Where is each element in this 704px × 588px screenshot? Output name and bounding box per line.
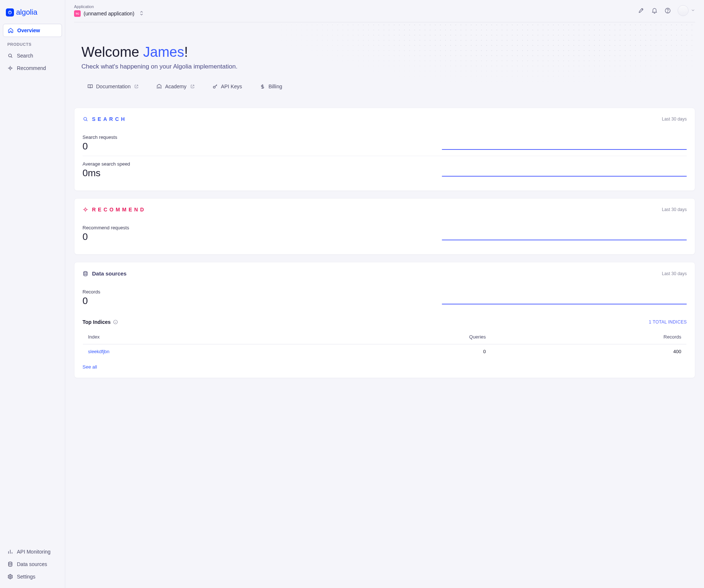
- col-records: Records: [491, 330, 686, 344]
- period-label: Last 30 days: [662, 271, 687, 276]
- svg-point-8: [84, 117, 87, 120]
- link-documentation[interactable]: Documentation: [87, 84, 139, 89]
- card-title-label: Data sources: [92, 270, 126, 277]
- link-label: Documentation: [96, 84, 131, 89]
- sparkle-icon: [82, 207, 88, 212]
- application-selector[interactable]: Application TC (unnamed application): [74, 4, 143, 17]
- link-label: Academy: [165, 84, 186, 89]
- brand-mark-icon: [6, 8, 14, 16]
- link-label: Billing: [268, 84, 282, 89]
- index-name-link[interactable]: sleekdfjbn: [88, 349, 110, 354]
- col-queries: Queries: [304, 330, 491, 344]
- link-billing[interactable]: Billing: [260, 84, 282, 89]
- external-link-icon: [134, 84, 139, 89]
- sparkle-icon: [7, 65, 13, 71]
- card-title-data-sources: Data sources: [82, 270, 126, 277]
- sidebar-item-label: Overview: [17, 27, 40, 33]
- sparkline: [442, 304, 687, 304]
- database-icon: [7, 561, 13, 567]
- avatar: [678, 5, 689, 16]
- card-title-search: SEARCH: [82, 116, 127, 122]
- metric-value: 0: [82, 141, 433, 152]
- application-value[interactable]: TC (unnamed application): [74, 10, 143, 17]
- svg-point-3: [8, 562, 12, 563]
- search-icon: [82, 116, 88, 122]
- svg-point-2: [9, 67, 11, 69]
- index-records: 400: [491, 344, 686, 359]
- dollar-icon: [260, 84, 265, 89]
- sparkline: [442, 176, 687, 177]
- sidebar-item-label: Settings: [17, 574, 36, 580]
- bars-icon: [7, 549, 13, 555]
- hero: Welcome James! Check what's happening on…: [74, 22, 695, 100]
- metric-recommend-requests: Recommend requests 0: [82, 223, 687, 246]
- sidebar-item-settings[interactable]: Settings: [3, 570, 62, 583]
- gear-icon: [7, 574, 13, 580]
- metric-label: Search requests: [82, 134, 433, 140]
- sidebar: algolia Overview PRODUCTS Search Recomme…: [0, 0, 65, 588]
- card-recommend: RECOMMEND Last 30 days Recommend request…: [74, 198, 695, 255]
- see-all-link[interactable]: See all: [82, 364, 687, 370]
- metric-search-requests: Search requests 0: [82, 132, 687, 156]
- application-label: Application: [74, 4, 143, 9]
- svg-point-6: [667, 12, 668, 12]
- link-label: API Keys: [221, 84, 242, 89]
- rocket-icon[interactable]: [638, 7, 645, 14]
- sidebar-item-label: Search: [17, 53, 33, 59]
- card-title-label: RECOMMEND: [92, 207, 146, 212]
- period-label: Last 30 days: [662, 117, 687, 122]
- metric-label: Recommend requests: [82, 225, 433, 230]
- user-menu[interactable]: [678, 5, 695, 16]
- application-name: (unnamed application): [84, 11, 135, 16]
- brand-logo[interactable]: algolia: [3, 5, 62, 24]
- key-icon: [212, 84, 218, 89]
- indices-table: Index Queries Records sleekdfjbn 0 400: [82, 329, 687, 359]
- sparkline: [442, 149, 687, 150]
- sidebar-item-data-sources[interactable]: Data sources: [3, 558, 62, 570]
- link-academy[interactable]: Academy: [156, 84, 194, 89]
- building-icon: [156, 84, 162, 89]
- metric-label: Records: [82, 289, 433, 295]
- period-label: Last 30 days: [662, 207, 687, 212]
- index-queries: 0: [304, 344, 491, 359]
- quick-links: Documentation Academy API Keys Billing: [81, 84, 688, 89]
- database-icon: [82, 271, 88, 277]
- info-icon[interactable]: [113, 319, 118, 325]
- col-index: Index: [83, 330, 304, 344]
- search-icon: [7, 53, 13, 59]
- sparkline: [442, 240, 687, 240]
- updown-icon: [140, 11, 143, 16]
- metric-value: 0ms: [82, 167, 433, 179]
- welcome-prefix: Welcome: [81, 44, 143, 60]
- help-icon[interactable]: [664, 7, 671, 14]
- home-icon: [8, 27, 14, 33]
- main-content: Application TC (unnamed application): [65, 0, 704, 588]
- sidebar-item-recommend[interactable]: Recommend: [3, 62, 62, 74]
- card-search: SEARCH Last 30 days Search requests 0 Av…: [74, 108, 695, 191]
- svg-point-7: [213, 86, 215, 88]
- chevron-down-icon: [691, 8, 695, 14]
- svg-point-1: [8, 54, 11, 57]
- brand-name: algolia: [16, 8, 37, 16]
- card-data-sources: Data sources Last 30 days Records 0 Top …: [74, 262, 695, 378]
- external-link-icon: [190, 84, 195, 89]
- link-api-keys[interactable]: API Keys: [212, 84, 242, 89]
- sidebar-item-api-monitoring[interactable]: API Monitoring: [3, 546, 62, 558]
- welcome-subtitle: Check what's happening on your Algolia i…: [81, 63, 688, 70]
- card-title-recommend: RECOMMEND: [82, 207, 146, 212]
- topbar: Application TC (unnamed application): [74, 0, 695, 22]
- sidebar-item-label: Data sources: [17, 561, 47, 567]
- table-row[interactable]: sleekdfjbn 0 400: [83, 344, 687, 359]
- metric-value: 0: [82, 295, 433, 307]
- svg-point-4: [10, 576, 11, 577]
- total-indices: 1 TOTAL INDICES: [649, 319, 687, 325]
- application-badge: TC: [74, 10, 81, 17]
- bell-icon[interactable]: [651, 7, 658, 14]
- sidebar-section-products: PRODUCTS: [3, 37, 62, 49]
- sidebar-item-label: Recommend: [17, 65, 46, 71]
- metric-label: Average search speed: [82, 161, 433, 167]
- sidebar-item-search[interactable]: Search: [3, 49, 62, 62]
- sidebar-item-overview[interactable]: Overview: [3, 24, 62, 37]
- welcome-heading: Welcome James!: [81, 44, 688, 60]
- welcome-name: James: [143, 44, 184, 60]
